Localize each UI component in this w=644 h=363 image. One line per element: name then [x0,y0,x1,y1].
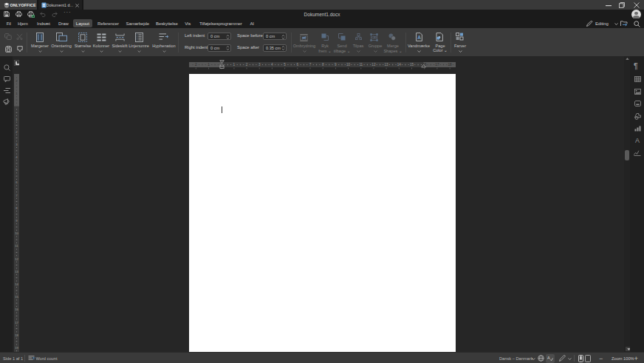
svg-text:13: 13 [385,63,389,67]
svg-text:15: 15 [410,63,414,67]
svg-text:14: 14 [397,63,402,67]
svg-text:10: 10 [15,231,18,235]
svg-text:9: 9 [335,63,337,67]
svg-text:4: 4 [271,63,273,67]
svg-text:11: 11 [15,244,18,248]
svg-text:2: 2 [195,63,197,67]
svg-text:A: A [417,35,421,40]
svg-text:18: 18 [15,333,18,337]
svg-text:3: 3 [258,63,261,67]
svg-text:18: 18 [448,63,453,67]
svg-text:17: 17 [15,321,18,325]
svg-text:14: 14 [15,282,18,286]
svg-text:A: A [547,356,550,360]
svg-text:10: 10 [346,63,351,67]
svg-text:1: 1 [208,63,210,67]
svg-text:12: 12 [15,257,18,261]
svg-text:15: 15 [15,295,18,299]
svg-text:16: 16 [15,308,18,311]
svg-text:13: 13 [15,270,18,274]
svg-text:8: 8 [322,63,324,67]
svg-text:17: 17 [435,63,439,67]
svg-text:2: 2 [246,63,248,67]
svg-text:7: 7 [309,63,312,67]
svg-text:11: 11 [359,63,363,67]
svg-text:12: 12 [371,63,376,67]
svg-text:19: 19 [15,346,18,350]
svg-text:5: 5 [284,63,286,67]
svg-text:6: 6 [297,63,299,67]
svg-text:1: 1 [233,63,236,67]
